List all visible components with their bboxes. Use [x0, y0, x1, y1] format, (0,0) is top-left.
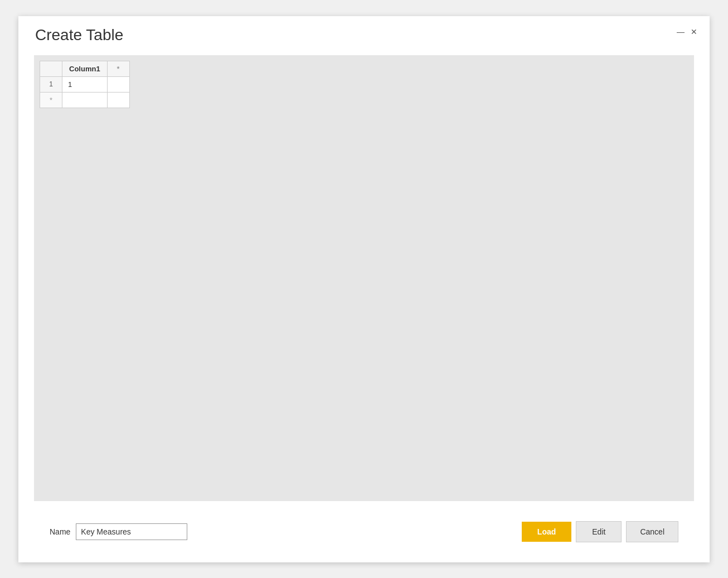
table-header-row: Column1 * — [40, 61, 130, 76]
column1-header[interactable]: Column1 — [62, 61, 108, 76]
table-row-new: * — [40, 92, 130, 108]
close-button[interactable]: ✕ — [690, 27, 698, 36]
edit-button[interactable]: Edit — [576, 521, 622, 542]
name-label: Name — [50, 527, 70, 536]
cell-new-col1[interactable] — [62, 92, 108, 108]
table-area: Column1 * 1 1 * — [34, 55, 694, 501]
window-controls: — ✕ — [676, 26, 698, 36]
add-column-header[interactable]: * — [107, 61, 129, 76]
create-table-dialog: Create Table — ✕ Column1 * 1 1 — [18, 16, 710, 562]
row-number-new: * — [40, 92, 62, 108]
minimize-button[interactable]: — — [676, 27, 685, 36]
row-number-1: 1 — [40, 76, 62, 92]
footer-area: Name — [34, 516, 203, 548]
cell-1-col1[interactable]: 1 — [62, 76, 108, 92]
cancel-button[interactable]: Cancel — [626, 521, 678, 542]
cell-new-addcol[interactable] — [107, 92, 129, 108]
load-button[interactable]: Load — [522, 522, 571, 542]
bottom-row: Name Load Edit Cancel — [18, 507, 710, 562]
table-row: 1 1 — [40, 76, 130, 92]
dialog-title: Create Table — [35, 26, 123, 44]
row-header-cell — [40, 61, 62, 76]
title-bar: Create Table — ✕ — [18, 16, 710, 50]
cell-1-addcol[interactable] — [107, 76, 129, 92]
buttons-area: Load Edit Cancel — [506, 512, 694, 551]
name-input[interactable] — [76, 523, 187, 540]
data-table: Column1 * 1 1 * — [40, 61, 130, 108]
